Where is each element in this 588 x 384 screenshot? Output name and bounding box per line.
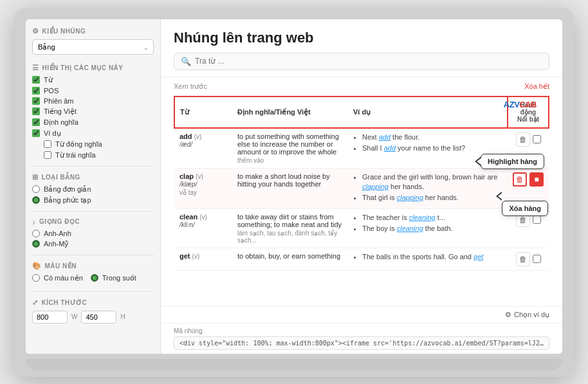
def-cell-clap: to make a short loud noise by hitting yo… [232,168,348,208]
checkbox-tu-input[interactable] [32,76,40,84]
delete-tooltip-box: Xóa hàng [502,201,548,216]
divider-4 [32,291,154,292]
ma-nhung-code[interactable]: <div style="width: 100%; max-width:800px… [174,336,549,350]
delete-icon-add[interactable]: 🗑 [516,133,530,147]
checkbox-tutrai[interactable]: Từ trái nghĩa [32,151,154,160]
radio-anh-my-input[interactable] [32,240,40,248]
page-title: Nhúng lên trang web [174,30,549,46]
resize-icon: ⤢ [32,298,39,307]
checkbox-tu[interactable]: Từ [32,76,154,84]
highlight-tooltip-container: Highlight hàng [481,154,544,169]
search-icon: 🔍 [181,57,191,66]
highlight-tooltip-box: Highlight hàng [481,154,544,169]
kieu-nhung-section-title: ⚙ KIỂU NHÚNG [32,27,154,35]
ma-nhung-label: Mã nhúng [174,327,549,334]
height-input[interactable] [81,311,116,324]
laptop-screen: ⚙ KIỂU NHÚNG Bảng Thẻ Danh sách ☰ HIỂN T… [26,19,562,354]
radio-bang-don-gian[interactable]: Bảng đơn giản [32,185,154,194]
ma-nhung-section: Mã nhúng <div style="width: 100%; max-wi… [161,323,562,354]
settings-small-icon: ⚙ [505,311,511,319]
divider-3 [32,255,154,255]
highlight-checkbox-clean[interactable] [533,215,541,224]
radio-bang-phuc-tap[interactable]: Bảng phức tạp [32,196,154,205]
example-cell-clap: Grace and the girl with long, brown hair… [348,168,508,208]
table-row: clean (v) /kliːn/ to take away dirt or s… [174,208,549,248]
settings-icon: ⚙ [32,27,39,35]
action-cell-get: 🗑 [508,248,549,270]
radio-anh-anh-input[interactable] [32,230,40,237]
highlight-checkbox-add[interactable] [533,135,541,143]
checkbox-tiengviet[interactable]: Tiếng Việt [32,107,154,116]
def-cell-add: to put something with something else to … [232,128,348,169]
delete-tooltip-arrow-inner [498,192,503,200]
header-dinh-nghia: Định nghĩa/Tiếng Việt [232,96,348,128]
radio-trong-suot-input[interactable] [91,274,98,282]
word-cell-get: get (v) [174,248,232,270]
divider-2 [32,211,154,212]
xem-truoc-section: Xem trước Xóa hết [161,77,562,96]
search-bar[interactable]: 🔍 [174,53,549,70]
example-cell-get: The balls in the sports hall. Go and get [348,248,508,270]
table-area: AZVCAB Từ Định nghĩa/Tiếng Việt Ví dụ Hà… [161,96,562,306]
kieu-nhung-select-wrap[interactable]: Bảng Thẻ Danh sách [32,39,154,55]
width-input[interactable] [32,311,68,324]
checkbox-phienam[interactable]: Phiên âm [32,97,154,105]
word-cell-add: add (v) /æd/ [174,128,232,169]
checkbox-vidu-input[interactable] [32,129,40,137]
vocab-table: Từ Định nghĩa/Tiếng Việt Ví dụ Hành động… [174,96,549,271]
table-row: clap (v) /klæp/ vỗ tay to make a short l… [174,168,549,208]
table-icon: ⊞ [32,173,39,181]
divider-1 [32,166,154,167]
word-cell-clean: clean (v) /kliːn/ [174,208,232,248]
laptop-frame: ⚙ KIỂU NHÚNG Bảng Thẻ Danh sách ☰ HIỂN T… [14,8,574,377]
checkbox-tudongnghia-input[interactable] [44,140,51,148]
paint-icon: 🎨 [32,262,42,270]
tooltip-arrow-inner [477,158,482,165]
radio-anh-anh[interactable]: Anh-Anh [32,230,154,237]
radio-co-mau-nen[interactable]: Có màu nền [32,274,83,282]
header-vi-du: Ví dụ [348,96,508,128]
laptop-bottom [26,359,562,370]
example-cell-clean: The teacher is cleaning t... The boy is … [348,208,508,248]
loai-bang-section-title: ⊞ LOẠI BẢNG [32,173,154,181]
highlight-checkbox-get[interactable] [533,255,541,263]
azv-logo: AZVCAB [504,100,537,109]
chon-vi-du-button[interactable]: ⚙ Chọn ví dụ [505,311,549,319]
radio-bang-phuc-tap-input[interactable] [32,196,40,204]
checkbox-vidu[interactable]: Ví dụ [32,129,154,138]
sidebar: ⚙ KIỂU NHÚNG Bảng Thẻ Danh sách ☰ HIỂN T… [26,19,161,354]
mau-nen-section-title: 🎨 MÀU NỀN [32,262,154,270]
audio-icon: ♪ [32,218,36,226]
kich-thuoc-section-title: ⤢ KÍCH THƯỚC [32,298,154,307]
checkbox-tudongnghia[interactable]: Từ đồng nghĩa [32,140,154,149]
checkbox-tiengviet-input[interactable] [32,107,40,115]
kieu-nhung-select[interactable]: Bảng Thẻ Danh sách [32,39,154,55]
main-content: Nhúng lên trang web 🔍 Xem trước Xóa hết … [161,19,562,354]
search-input[interactable] [195,57,542,66]
checkbox-pos-input[interactable] [32,87,40,95]
radio-anh-my[interactable]: Anh-Mỹ [32,240,154,248]
delete-tooltip-container: Xóa hàng [502,176,548,216]
hien-thi-section-title: ☰ HIỂN THỊ CÁC MỤC NÀY [32,64,154,72]
list-icon: ☰ [32,64,39,72]
table-row: get (v) to obtain, buy, or earn somethin… [174,248,549,270]
checkbox-tutrai-input[interactable] [44,151,51,159]
def-cell-get: to obtain, buy, or earn something [232,248,348,270]
checkbox-dinhnghia[interactable]: Định nghĩa [32,118,154,127]
checkbox-pos[interactable]: POS [32,87,154,95]
radio-co-mau-nen-input[interactable] [32,274,40,282]
main-footer: ⚙ Chọn ví dụ [161,306,562,323]
main-header: Nhúng lên trang web 🔍 [161,19,562,77]
header-tu: Từ [174,96,232,128]
size-row: W H [32,311,154,324]
checkbox-phienam-input[interactable] [32,97,40,105]
delete-icon-get[interactable]: 🗑 [516,252,530,266]
word-cell-clap: clap (v) /klæp/ vỗ tay [174,168,232,208]
xoa-het-button[interactable]: Xóa hết [524,82,549,91]
radio-trong-suot[interactable]: Trong suốt [91,274,136,282]
radio-bang-don-gian-input[interactable] [32,185,40,193]
def-cell-clean: to take away dirt or stains from somethi… [232,208,348,248]
checkbox-dinhnghia-input[interactable] [32,118,40,126]
giong-doc-section-title: ♪ GIỌNG ĐỌC [32,218,154,226]
xem-truoc-label: Xem trước [174,82,207,91]
